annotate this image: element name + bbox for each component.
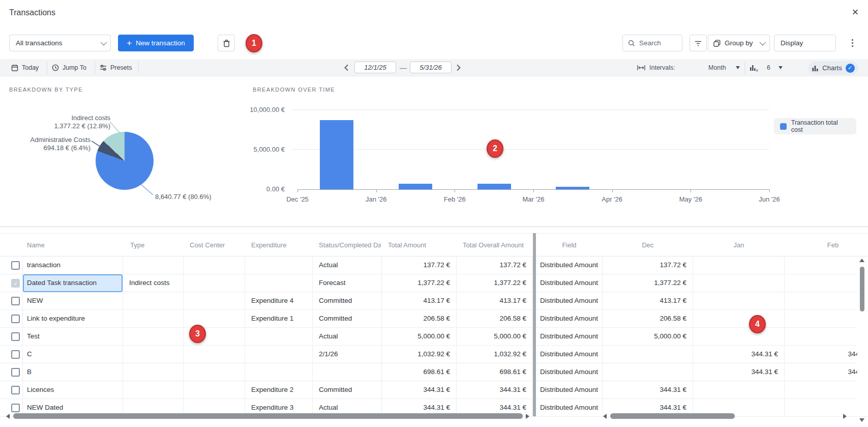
range-start-input[interactable] (354, 62, 396, 73)
cell-total_amount[interactable]: 1,377.22 € (382, 274, 457, 292)
cell-name[interactable]: NEW (23, 292, 123, 310)
cell-cost_center[interactable] (184, 363, 245, 381)
col-header-status[interactable]: Status/Completed Da... (319, 234, 381, 257)
row-checkbox[interactable] (11, 404, 20, 412)
cell-total_overall[interactable]: 413.17 € (457, 292, 533, 310)
right-pane-hscroll-thumb[interactable] (610, 413, 735, 419)
col-header-name[interactable]: Name (27, 234, 45, 257)
close-icon[interactable]: × (848, 5, 862, 19)
cell-status[interactable]: Actual (313, 257, 382, 274)
table-row[interactable]: TestActual5,000.00 €5,000.00 €Distribute… (0, 328, 868, 346)
jump-to-button[interactable]: Jump To (52, 59, 86, 76)
display-button[interactable]: Display (774, 35, 836, 51)
cell-total_overall[interactable]: 137.72 € (457, 257, 533, 274)
cell-total_amount[interactable]: 698.61 € (382, 363, 457, 381)
view-select[interactable]: All transactions (9, 35, 111, 51)
cell-name[interactable]: B (23, 363, 123, 381)
cell-status[interactable]: Committed (313, 381, 382, 399)
cell-type[interactable] (123, 257, 184, 274)
col-header-total-amount[interactable]: Total Amount (388, 234, 426, 257)
today-button[interactable]: Today (11, 59, 39, 76)
cell-feb[interactable] (785, 257, 868, 274)
pane-divider[interactable] (533, 233, 536, 416)
vscroll-thumb[interactable] (860, 267, 864, 311)
cell-total_amount[interactable]: 1,032.92 € (382, 346, 457, 363)
cell-status[interactable]: Forecast (313, 274, 382, 292)
cell-dec[interactable]: 344.31 € (603, 381, 693, 399)
cell-expenditure[interactable]: Expenditure 1 (245, 310, 313, 328)
cell-total_overall[interactable]: 1,377.22 € (457, 274, 533, 292)
presets-button[interactable]: Presets (100, 59, 132, 76)
cell-cost_center[interactable] (184, 257, 245, 274)
cell-total_amount[interactable]: 5,000.00 € (382, 328, 457, 346)
cell-field[interactable]: Distributed Amount (536, 274, 603, 292)
table-row[interactable]: transactionActual137.72 €137.72 €Distrib… (0, 257, 868, 274)
cell-dec[interactable]: 5,000.00 € (603, 328, 693, 346)
cell-total_overall[interactable]: 206.58 € (457, 310, 533, 328)
cell-type[interactable] (123, 292, 184, 310)
interval-unit-select[interactable]: Month (708, 59, 726, 76)
range-end-input[interactable] (410, 62, 452, 73)
right-pane-hscroll-right-arrow[interactable] (843, 414, 847, 419)
table-row[interactable]: C2/1/261,032.92 €1,032.92 €Distributed A… (0, 346, 868, 363)
col-header-expenditure[interactable]: Expenditure (251, 234, 286, 257)
cell-status[interactable]: Committed (313, 310, 382, 328)
cell-total_amount[interactable]: 137.72 € (382, 257, 457, 274)
cell-jan[interactable] (693, 310, 785, 328)
table-row[interactable]: LicencesExpenditure 2Committed344.31 €34… (0, 381, 868, 399)
cell-total_amount[interactable]: 206.58 € (382, 310, 457, 328)
col-header-field[interactable]: Field (536, 234, 603, 257)
cell-type[interactable]: Indirect costs (123, 274, 184, 292)
col-header-type[interactable]: Type (130, 234, 144, 257)
col-header-jan[interactable]: Jan (693, 234, 785, 257)
cell-total_overall[interactable]: 5,000.00 € (457, 328, 533, 346)
cell-name[interactable]: Link to expenditure (23, 310, 123, 328)
vscroll-up-arrow[interactable] (859, 259, 864, 262)
next-period-button[interactable] (454, 63, 463, 72)
cell-cost_center[interactable] (184, 381, 245, 399)
col-header-feb[interactable]: Feb (785, 234, 868, 257)
cell-status[interactable]: Actual (313, 328, 382, 346)
cell-field[interactable]: Distributed Amount (536, 310, 603, 328)
cell-total_overall[interactable]: 344.31 € (457, 381, 533, 399)
cell-field[interactable]: Distributed Amount (536, 346, 603, 363)
cell-dec[interactable]: 413.17 € (603, 292, 693, 310)
table-row[interactable]: Link to expenditureExpenditure 1Committe… (0, 310, 868, 328)
cell-field[interactable]: Distributed Amount (536, 399, 603, 417)
more-options-icon[interactable] (845, 36, 859, 50)
cell-name[interactable]: Dated Task transaction (23, 274, 123, 292)
table-row[interactable]: NEWExpenditure 4Committed413.17 €413.17 … (0, 292, 868, 310)
cell-expenditure[interactable] (245, 257, 313, 274)
cell-jan[interactable]: 344.31 € (693, 346, 785, 363)
cell-field[interactable]: Distributed Amount (536, 363, 603, 381)
right-pane-hscroll-left-arrow[interactable] (603, 414, 607, 419)
interval-count-caret-icon[interactable] (779, 66, 783, 69)
cell-feb[interactable]: 344.31 € (785, 346, 868, 363)
cell-jan[interactable] (693, 292, 785, 310)
cell-expenditure[interactable]: Expenditure 2 (245, 381, 313, 399)
cell-total_amount[interactable]: 413.17 € (382, 292, 457, 310)
cell-jan[interactable] (693, 257, 785, 274)
interval-count-select[interactable]: 6 (767, 59, 770, 76)
delete-button[interactable] (218, 35, 235, 51)
cell-feb[interactable] (785, 381, 868, 399)
cell-dec[interactable]: 137.72 € (603, 257, 693, 274)
cell-expenditure[interactable] (245, 363, 313, 381)
cell-cost_center[interactable] (184, 346, 245, 363)
cell-status[interactable] (313, 363, 382, 381)
col-header-cost-center[interactable]: Cost Center (190, 234, 225, 257)
cell-field[interactable]: Distributed Amount (536, 328, 603, 346)
cell-dec[interactable]: 206.58 € (603, 310, 693, 328)
left-pane-hscroll-right-arrow[interactable] (526, 414, 529, 419)
row-checkbox[interactable] (11, 261, 20, 270)
vscroll-down-arrow[interactable] (859, 418, 864, 422)
cell-expenditure[interactable]: Expenditure 4 (245, 292, 313, 310)
cell-type[interactable] (123, 363, 184, 381)
cell-expenditure[interactable] (245, 346, 313, 363)
cell-type[interactable] (123, 328, 184, 346)
row-checkbox[interactable] (11, 332, 20, 341)
cell-dec[interactable]: 1,377.22 € (603, 274, 693, 292)
cell-field[interactable]: Distributed Amount (536, 257, 603, 274)
cell-feb[interactable] (785, 274, 868, 292)
new-transaction-button[interactable]: + New transaction (118, 35, 194, 51)
